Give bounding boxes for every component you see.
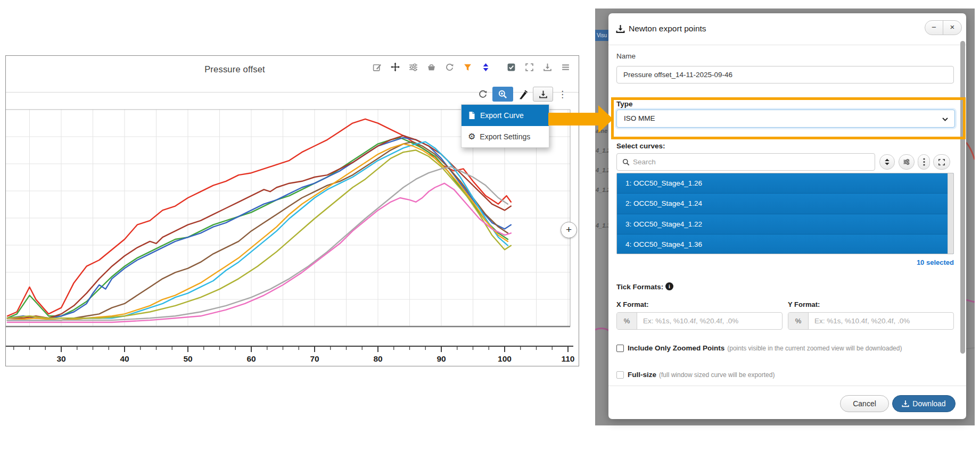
more-options-icon[interactable]: ⋮	[558, 89, 567, 100]
download-icon	[616, 24, 625, 34]
curve-list-item[interactable]: 4: OCC50_Stage4_1.36	[617, 235, 948, 254]
chevron-down-icon	[942, 118, 948, 121]
pan-icon[interactable]	[391, 63, 400, 72]
sort-button[interactable]	[879, 154, 895, 170]
edit-annotation-icon[interactable]	[373, 63, 382, 72]
x-axis-tick-label: 110	[561, 354, 574, 363]
selected-count-link[interactable]: 10 selected	[917, 258, 954, 266]
sort-updown-icon[interactable]	[481, 63, 490, 72]
close-button[interactable]: ×	[943, 21, 961, 35]
x-axis-tick-label: 90	[437, 354, 446, 363]
highlight-arrow	[548, 104, 615, 136]
info-icon[interactable]: i	[665, 282, 673, 290]
menu-item-export-settings[interactable]: ⚙ Export Settings	[462, 126, 549, 147]
chart-action-toolbar: ⋮	[473, 86, 567, 103]
curve-list-item[interactable]: 3: OCC50_Stage4_1.22	[617, 214, 948, 235]
type-select-value: ISO MME	[624, 114, 655, 122]
option-label: Full-size	[628, 371, 656, 379]
x-format-input[interactable]: Ex: %1s, %10.4f, %20.4f, .0%	[637, 313, 738, 329]
download-icon[interactable]	[543, 63, 552, 72]
sliders-icon[interactable]	[409, 63, 418, 72]
curve-occ50_stage4-curve-3	[7, 138, 511, 318]
export-points-dialog: Newton export points − × Name Pressure o…	[608, 13, 966, 419]
screen: 30405060708090100110 Pressure offset ⋮ +	[0, 0, 980, 460]
curve-occ50_stage4-curve-8	[7, 150, 511, 318]
chart-title: Pressure offset	[166, 64, 304, 74]
y-format-label: Y Format:	[788, 300, 820, 308]
x-axis-tick-label: 100	[498, 354, 512, 363]
x-axis-tick-label: 80	[373, 354, 382, 363]
x-axis-tick-label: 50	[183, 354, 192, 363]
option-hint: (full window sized curve will be exporte…	[659, 371, 775, 379]
hamburger-menu-icon[interactable]	[561, 63, 570, 72]
x-axis-tick-label: 70	[310, 354, 319, 363]
filter-sliders-button[interactable]	[899, 154, 915, 170]
type-select[interactable]: ISO MME	[616, 110, 955, 128]
x-axis-tick-label: 30	[56, 354, 65, 363]
pen-tool-icon[interactable]	[518, 89, 528, 99]
reload-curves-icon[interactable]	[478, 89, 488, 99]
menu-item-label: Export Settings	[480, 132, 530, 141]
search-placeholder: Search	[633, 158, 656, 166]
x-axis-tick-label: 60	[246, 354, 256, 363]
full-size-option: Full-size (full window sized curve will …	[616, 371, 775, 379]
minimize-button[interactable]: −	[925, 21, 943, 35]
y-format-input-group: % Ex: %1s, %10.4f, %20.4f, .0%	[788, 312, 954, 330]
export-dropdown-menu: Export Curve ⚙ Export Settings	[461, 104, 549, 148]
include-zoomed-points-checkbox[interactable]	[616, 345, 624, 352]
menu-item-export-curve[interactable]: Export Curve	[462, 105, 549, 126]
y-format-input[interactable]: Ex: %1s, %10.4f, %20.4f, .0%	[809, 313, 910, 329]
zoom-tool-button[interactable]	[492, 87, 513, 102]
footer-divider	[608, 386, 966, 386]
curve-occ50_stage4-curve-2	[7, 138, 508, 318]
curve-occ50_stage4-curve-6	[7, 142, 508, 320]
zoom-in-button[interactable]: +	[561, 222, 577, 238]
x-format-label: X Format:	[616, 300, 649, 308]
y-format-prefix: %	[788, 313, 809, 329]
full-size-checkbox[interactable]	[616, 371, 624, 379]
download-button[interactable]: Download	[892, 395, 956, 412]
curve-list: 1: OCC50_Stage4_1.262: OCC50_Stage4_1.24…	[616, 173, 954, 254]
option-hint: (points visible in the current zoomed vi…	[727, 345, 902, 352]
gear-icon: ⚙	[468, 133, 475, 140]
background-curve-fragment-right	[966, 9, 975, 425]
basket-icon[interactable]	[427, 63, 436, 72]
filter-funnel-icon[interactable]	[463, 63, 472, 72]
file-icon	[468, 111, 476, 120]
curve-search-input[interactable]: Search	[616, 153, 875, 171]
download-icon	[902, 400, 909, 407]
include-zoomed-points-option: Include Only Zoomed Points (points visib…	[616, 344, 902, 352]
cancel-button[interactable]: Cancel	[840, 395, 889, 412]
dialog-title: Newton export points	[629, 24, 706, 34]
option-label: Include Only Zoomed Points	[628, 344, 724, 352]
menu-item-label: Export Curve	[480, 111, 524, 120]
refresh-icon[interactable]	[445, 63, 454, 72]
x-axis-tick-label: 40	[120, 354, 129, 363]
expand-list-button[interactable]	[933, 154, 950, 170]
type-label: Type	[616, 100, 633, 108]
tick-formats-label: Tick Formats:	[616, 283, 663, 291]
x-format-prefix: %	[617, 313, 637, 329]
curve-list-item[interactable]: 2: OCC50_Stage4_1.24	[617, 194, 948, 214]
chart-panel: 30405060708090100110 Pressure offset ⋮ +	[5, 55, 579, 366]
name-input[interactable]: Pressure offset_14-11-2025-09-46	[616, 66, 954, 83]
download-button-label: Download	[912, 399, 945, 408]
plot-modebar	[364, 59, 570, 75]
export-button[interactable]	[533, 87, 553, 102]
checkbox-toggle-icon[interactable]	[507, 63, 516, 72]
curve-occ50_stage4-curve-10	[7, 183, 511, 322]
curve-occ50_stage4-curve-4	[7, 136, 511, 318]
dialog-header: Newton export points − ×	[608, 13, 966, 45]
name-label: Name	[616, 52, 636, 60]
curve-list-item[interactable]: 1: OCC50_Stage4_1.26	[617, 173, 948, 194]
select-curves-label: Select curves:	[616, 142, 665, 150]
x-format-input-group: % Ex: %1s, %10.4f, %20.4f, .0%	[616, 312, 783, 330]
list-options-button[interactable]	[918, 154, 930, 170]
dialog-scrollbar[interactable]	[960, 41, 965, 354]
curve-list-scrollbar[interactable]	[948, 173, 953, 254]
window-controls: − ×	[925, 20, 962, 35]
background-curve-fragment-left	[595, 9, 610, 425]
curve-occ50_stage4-curve-5	[7, 142, 508, 320]
fullscreen-icon[interactable]	[525, 63, 534, 72]
search-icon	[622, 158, 630, 166]
